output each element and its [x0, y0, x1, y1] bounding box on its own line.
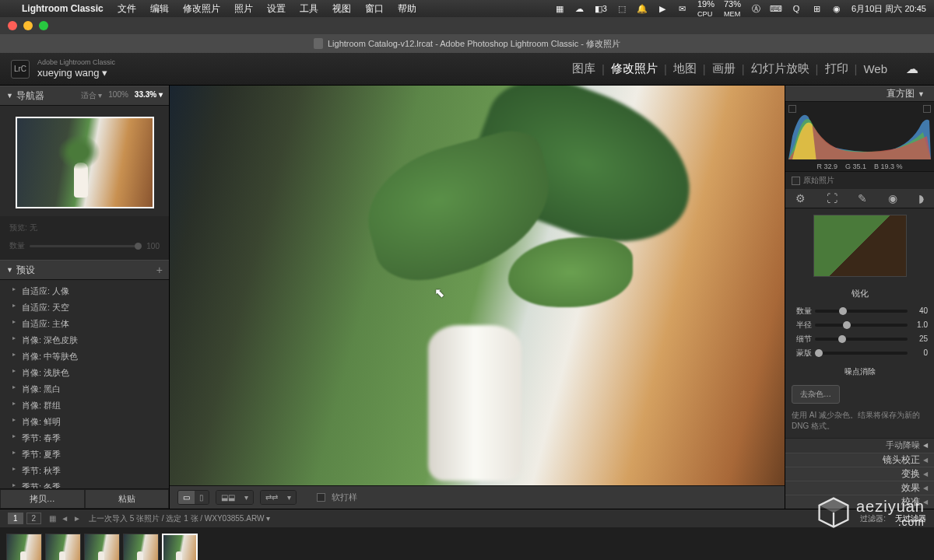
module-library[interactable]: 图库 [567, 61, 600, 76]
preset-item[interactable]: 肖像: 浅肤色 [0, 365, 169, 381]
highlight-clip-icon[interactable] [923, 105, 931, 113]
develop-toolbar: ▭▯ ⬓⬓▾ ⇄⇄▾ 软打样 [170, 485, 785, 509]
preset-item[interactable]: 肖像: 黑白 [0, 381, 169, 397]
menu-window[interactable]: 窗口 [365, 2, 384, 16]
panel-transform[interactable]: 变换◀ [785, 467, 934, 481]
filmstrip-thumb[interactable] [123, 534, 159, 560]
copy-button[interactable]: 拷贝… [0, 489, 85, 509]
heal-icon[interactable]: ✎ [853, 190, 872, 207]
nav-fwd-icon[interactable]: ► [73, 514, 81, 523]
menubar-datetime[interactable]: 6月10日 周六 20:45 [851, 3, 926, 15]
preset-item[interactable]: 季节: 春季 [0, 430, 169, 446]
module-print[interactable]: 打印 [820, 61, 853, 76]
histogram-header[interactable]: 直方图 ▼ [785, 86, 934, 102]
menu-develop[interactable]: 修改照片 [183, 2, 220, 16]
add-preset-icon[interactable]: + [156, 264, 163, 276]
filmstrip-thumb[interactable] [84, 534, 120, 560]
preset-item[interactable]: 自适应: 天空 [0, 299, 169, 316]
menu-edit[interactable]: 编辑 [150, 2, 169, 16]
sharpen-mask-slider[interactable] [815, 352, 908, 355]
softproof-checkbox[interactable] [317, 493, 325, 502]
compare-toggle[interactable]: ⇄⇄▾ [260, 490, 297, 505]
menubar-icon-2[interactable]: ☁ [574, 3, 585, 14]
menu-view[interactable]: 视图 [332, 2, 351, 16]
manual-nr-row[interactable]: 手动降噪◀ [785, 438, 934, 453]
sharpen-detail-slider[interactable] [815, 338, 908, 341]
menubar-cpu: 19%CPU [697, 0, 715, 18]
panel-effects[interactable]: 效果◀ [785, 481, 934, 495]
menu-file[interactable]: 文件 [118, 2, 136, 16]
preset-item[interactable]: 季节: 夏季 [0, 446, 169, 463]
sharpen-radius-slider[interactable] [815, 324, 908, 327]
sharpen-amount-slider[interactable] [815, 310, 908, 313]
center-canvas: ⬉ ▭▯ ⬓⬓▾ ⇄⇄▾ 软打样 [170, 86, 785, 509]
cloud-sync-icon[interactable]: ☁ [901, 61, 923, 76]
monitor-2[interactable]: 2 [26, 513, 42, 524]
presets-header[interactable]: ▼预设 + [0, 260, 169, 280]
module-book[interactable]: 画册 [708, 61, 740, 76]
filmstrip-thumb[interactable] [45, 534, 81, 560]
grid-icon[interactable]: ▦ [49, 514, 56, 523]
preset-item[interactable]: 肖像: 中等肤色 [0, 348, 169, 365]
module-map[interactable]: 地图 [669, 61, 701, 76]
menubar-badge[interactable]: ◧3 [595, 4, 607, 14]
photo-canvas[interactable]: ⬉ [170, 86, 785, 485]
menu-photo[interactable]: 照片 [234, 2, 253, 16]
close-button[interactable] [8, 21, 17, 30]
navigator-thumbnail[interactable] [16, 117, 154, 208]
user-name[interactable]: xueying wang ▾ [37, 67, 115, 79]
crop-icon[interactable]: ⛶ [822, 190, 842, 207]
filmstrip-info[interactable]: 上一次导入 5 张照片 / 选定 1 张 / WXY03855.ARW ▾ [89, 513, 270, 524]
preset-item[interactable]: 肖像: 深色皮肤 [0, 332, 169, 348]
menubar-icon-input[interactable]: ⌨ [771, 3, 781, 14]
filmstrip[interactable] [0, 527, 934, 560]
view-mode-toggle[interactable]: ▭▯ [177, 490, 209, 505]
menubar-icon-search[interactable]: Q [791, 3, 802, 14]
menubar-icon-bell[interactable]: 🔔 [637, 3, 648, 14]
preset-item[interactable]: 自适应: 主体 [0, 316, 169, 332]
menubar-icon-4[interactable]: ⬚ [616, 3, 627, 14]
original-photo-row[interactable]: 原始照片 [785, 172, 934, 189]
preset-item[interactable]: 季节: 冬季 [0, 479, 169, 488]
minimize-button[interactable] [23, 21, 33, 30]
app-name[interactable]: Lightroom Classic [22, 3, 104, 14]
panel-lens[interactable]: 镜头校正◀ [785, 453, 934, 467]
module-web[interactable]: Web [859, 62, 892, 75]
menubar-icon-a[interactable]: Ⓐ [750, 3, 761, 14]
redeye-icon[interactable]: ◉ [883, 190, 902, 207]
monitor-1[interactable]: 1 [8, 513, 23, 524]
preset-item[interactable]: 季节: 秋季 [0, 463, 169, 479]
nav-back-icon[interactable]: ◄ [61, 514, 68, 523]
zoom-100[interactable]: 100% [108, 90, 128, 101]
shadow-clip-icon[interactable] [788, 105, 796, 113]
edit-sliders-icon[interactable]: ⚙ [791, 190, 810, 207]
menubar-icon-1[interactable]: ▦ [554, 3, 565, 14]
menubar-icon-wechat[interactable]: ✉ [677, 3, 688, 14]
module-develop[interactable]: 修改照片 [606, 61, 662, 76]
histogram[interactable]: R 32.9 G 35.1 B 19.3 % [785, 102, 934, 172]
menu-help[interactable]: 帮助 [398, 2, 416, 16]
filmstrip-thumb-selected[interactable] [162, 534, 198, 560]
navigator-header[interactable]: ▼导航器 适合 ▾ 100% 33.3% ▾ [0, 86, 169, 106]
denoise-button[interactable]: 去杂色… [792, 385, 840, 404]
detail-preview-thumb[interactable] [813, 215, 907, 277]
mask-icon[interactable]: ◗ [914, 190, 929, 207]
menubar-icon-cc[interactable]: ⊞ [811, 3, 822, 14]
before-after-toggle[interactable]: ⬓⬓▾ [216, 490, 254, 505]
preset-item[interactable]: 肖像: 鲜明 [0, 414, 169, 430]
preset-item[interactable]: 自适应: 人像 [0, 283, 169, 299]
menu-tools[interactable]: 工具 [300, 2, 318, 16]
preset-list[interactable]: 自适应: 人像 自适应: 天空 自适应: 主体 肖像: 深色皮肤 肖像: 中等肤… [0, 280, 169, 488]
original-checkbox[interactable] [792, 177, 800, 185]
menubar-icon-6[interactable]: ▶ [657, 3, 668, 14]
paste-button[interactable]: 粘贴 [85, 489, 170, 509]
dim-amount-slider[interactable] [30, 245, 142, 247]
filmstrip-thumb[interactable] [6, 534, 42, 560]
zoom-fit[interactable]: 适合 ▾ [81, 90, 103, 101]
zoom-button[interactable] [39, 21, 48, 30]
menu-settings[interactable]: 设置 [267, 2, 286, 16]
zoom-33[interactable]: 33.3% ▾ [135, 90, 163, 101]
menubar-icon-siri[interactable]: ◉ [831, 3, 842, 14]
preset-item[interactable]: 肖像: 群组 [0, 397, 169, 414]
module-slideshow[interactable]: 幻灯片放映 [746, 61, 814, 76]
